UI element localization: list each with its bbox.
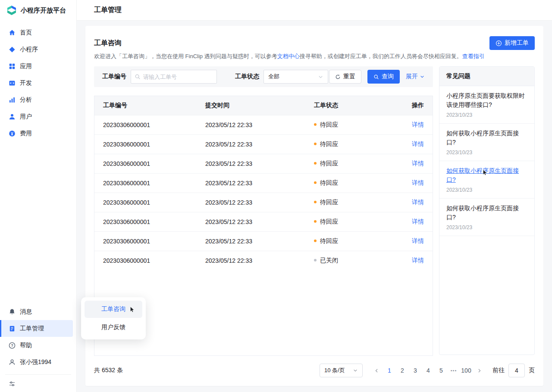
status-dot	[314, 143, 317, 145]
total-count: 共 6532 条	[94, 367, 123, 374]
page-number-1[interactable]: 1	[383, 364, 395, 377]
sidebar-item-apps[interactable]: 应用	[0, 58, 73, 75]
sidebar-item-label: 费用	[20, 130, 32, 137]
sidebar-item-dev[interactable]: 开发	[0, 75, 73, 91]
page-title: 工单管理	[94, 6, 122, 15]
miniprogram-icon	[9, 46, 16, 53]
table-row: 20230306000001 2023/05/12 22:33 已关闭 详情	[94, 251, 433, 270]
page-number-2[interactable]: 2	[396, 364, 408, 377]
ticket-no: 20230306000001	[94, 115, 197, 134]
goto-page-input[interactable]	[508, 364, 525, 377]
table-row: 20230306000001 2023/05/12 22:33 待回应 详情	[94, 173, 433, 193]
page-size-select[interactable]: 10 条/页	[320, 364, 363, 377]
detail-link[interactable]: 详情	[412, 237, 424, 244]
doc-center-link[interactable]: 文档中心	[277, 53, 300, 59]
col-header-status: 工单状态	[305, 96, 409, 115]
search-icon	[135, 74, 141, 80]
sidebar-item-users[interactable]: 用户	[0, 108, 73, 125]
ticket-no-input[interactable]	[143, 74, 213, 80]
detail-link[interactable]: 详情	[412, 160, 424, 167]
submit-time: 2023/05/12 22:33	[197, 173, 305, 193]
submit-time: 2023/05/12 22:33	[197, 115, 305, 134]
expand-link[interactable]: 展开	[406, 73, 425, 81]
page-number-5[interactable]: 5	[435, 364, 447, 377]
pagination-bar: 共 6532 条 10 条/页 1 2 3 4 5 ••• 100 前往 页	[94, 364, 535, 377]
faq-item[interactable]: 如何获取小程序原生页面接口? 2023/10/23	[439, 124, 534, 161]
submenu-item-user-feedback[interactable]: 用户反馈	[85, 319, 142, 336]
row-actions: 详情	[409, 134, 433, 154]
status-dot	[314, 240, 317, 242]
prev-page-button[interactable]	[370, 364, 383, 377]
analytics-icon	[9, 96, 16, 103]
col-header-ticket-no: 工单编号	[94, 96, 197, 115]
ticket-status: 待回应	[305, 193, 409, 212]
reset-button[interactable]: 重置	[329, 70, 361, 84]
detail-link[interactable]: 详情	[412, 199, 424, 205]
new-ticket-label: 新增工单	[505, 39, 529, 47]
sidebar-item-home[interactable]: 首页	[0, 24, 73, 41]
faq-item[interactable]: 小程序原生页面要获取权限时该使用哪些接口? 2023/10/23	[439, 86, 534, 124]
col-header-action: 操作	[409, 96, 433, 115]
page-number-last[interactable]: 100	[460, 364, 472, 377]
sidebar-item-label: 帮助	[20, 342, 32, 349]
submenu-item-ticket-inquiry[interactable]: 工单咨询	[85, 301, 142, 318]
sidebar-item-ticket-management[interactable]: 工单管理	[0, 320, 73, 337]
cursor-icon	[482, 169, 488, 176]
plus-circle-icon	[496, 40, 502, 47]
view-guide-link[interactable]: 查看指引	[462, 53, 485, 59]
status-text: 待回应	[320, 179, 338, 186]
content-area: 工单咨询 新增工单 欢迎进入「工单咨询」，当您在使用 FinClip 遇到问题与…	[77, 21, 552, 392]
table-row: 20230306000001 2023/05/12 22:33 待回应 详情	[94, 115, 433, 134]
chevron-right-icon	[477, 368, 482, 373]
brand-name: 小程序开放平台	[21, 6, 66, 15]
ticket-status: 待回应	[305, 212, 409, 231]
row-actions: 详情	[409, 231, 433, 251]
sidebar-item-account[interactable]: 张小强1994	[0, 354, 73, 370]
sidebar-item-help[interactable]: ? 帮助	[0, 337, 73, 354]
ticket-status-select[interactable]: 全部	[263, 70, 328, 84]
sidebar-item-miniprogram[interactable]: 小程序	[0, 41, 73, 58]
detail-link[interactable]: 详情	[412, 140, 424, 147]
ticket-status: 已关闭	[305, 251, 409, 270]
status-text: 待回应	[320, 218, 338, 225]
page-number-3[interactable]: 3	[409, 364, 421, 377]
faq-date: 2023/10/23	[446, 112, 527, 118]
detail-link[interactable]: 详情	[412, 257, 424, 264]
status-dot	[314, 259, 317, 261]
fee-icon	[9, 130, 16, 137]
ticket-no: 20230306000001	[94, 154, 197, 173]
page-number-4[interactable]: 4	[422, 364, 434, 377]
new-ticket-button[interactable]: 新增工单	[489, 36, 535, 50]
sidebar-item-fees[interactable]: 费用	[0, 125, 73, 142]
goto-page: 前往 页	[492, 364, 535, 377]
filter-actions: 重置 查询 展开	[329, 70, 425, 84]
faq-item-hovered[interactable]: 如何获取小程序原生页面接口? 2023/10/23	[439, 161, 534, 199]
chevron-left-icon	[374, 368, 380, 373]
chevron-down-icon	[318, 74, 323, 80]
faq-item[interactable]: 如何获取小程序原生页面接口? 2023/10/23	[439, 199, 534, 236]
detail-link[interactable]: 详情	[412, 121, 424, 128]
svg-text:?: ?	[11, 343, 13, 348]
help-icon: ?	[9, 342, 16, 349]
ticket-no: 20230306000001	[94, 212, 197, 231]
ticket-status: 待回应	[305, 231, 409, 251]
table-header-row: 工单编号 提交时间 工单状态 操作	[94, 96, 433, 115]
detail-link[interactable]: 详情	[412, 179, 424, 186]
next-page-button[interactable]	[473, 364, 485, 377]
ticket-status: 待回应	[305, 173, 409, 193]
sidebar-collapse-control[interactable]	[0, 378, 76, 389]
col-header-submit-time: 提交时间	[197, 96, 305, 115]
sidebar-item-messages[interactable]: 消息	[0, 303, 73, 320]
status-text: 待回应	[320, 140, 338, 147]
sidebar-item-label: 消息	[20, 308, 32, 316]
sidebar-item-label: 工单管理	[20, 325, 44, 333]
main-grid: 工单编号 工单状态 全部 重置	[94, 66, 535, 356]
submit-time: 2023/05/12 22:33	[197, 154, 305, 173]
filter-bar: 工单编号 工单状态 全部 重置	[94, 66, 433, 87]
search-button[interactable]: 查询	[367, 70, 400, 84]
detail-link[interactable]: 详情	[412, 218, 424, 225]
faq-date: 2023/10/23	[446, 149, 527, 156]
sidebar-item-analytics[interactable]: 分析	[0, 91, 73, 108]
sidebar-item-label: 小程序	[20, 46, 38, 53]
pagination-ellipsis[interactable]: •••	[448, 368, 460, 373]
